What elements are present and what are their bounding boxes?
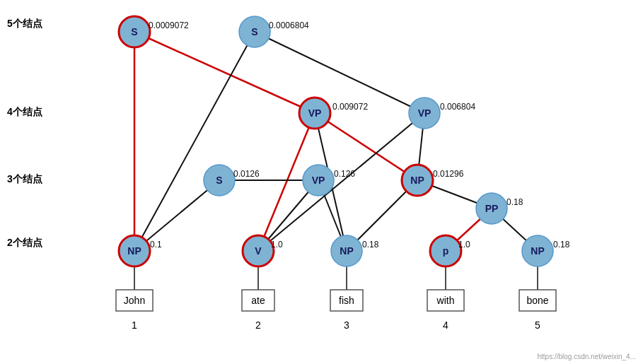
svg-text:0.18: 0.18 [553, 240, 570, 249]
svg-text:0.01296: 0.01296 [433, 169, 464, 179]
svg-text:0.1: 0.1 [150, 240, 162, 249]
svg-text:1.0: 1.0 [458, 240, 470, 249]
svg-text:NP: NP [531, 245, 544, 257]
svg-text:V: V [255, 245, 262, 257]
diagram-container: 5个结点 4个结点 3个结点 2个结点 John1ate2fish3with4b… [0, 0, 643, 364]
svg-text:0.18: 0.18 [506, 197, 523, 207]
svg-text:S: S [216, 175, 222, 186]
svg-text:0.009072: 0.009072 [332, 102, 368, 112]
svg-text:ate: ate [251, 295, 265, 306]
svg-text:p: p [443, 245, 449, 257]
svg-text:0.0009072: 0.0009072 [149, 20, 189, 30]
svg-text:bone: bone [526, 295, 548, 306]
watermark: https://blog.csdn.net/weixin_4... [537, 353, 636, 360]
tree-svg: John1ate2fish3with4bone5S0.0009072S0.000… [0, 0, 643, 364]
svg-line-2 [134, 32, 255, 251]
svg-text:2: 2 [255, 319, 261, 331]
svg-text:0.126: 0.126 [334, 169, 355, 179]
svg-text:John: John [124, 295, 145, 306]
svg-text:S: S [251, 26, 257, 37]
svg-text:4: 4 [443, 319, 448, 331]
svg-text:0.006804: 0.006804 [440, 102, 475, 112]
svg-text:NP: NP [127, 245, 141, 257]
svg-text:with: with [436, 295, 455, 306]
svg-text:VP: VP [308, 107, 322, 119]
svg-text:VP: VP [418, 107, 431, 119]
svg-text:VP: VP [312, 175, 325, 186]
svg-text:NP: NP [410, 175, 424, 186]
svg-text:fish: fish [339, 295, 354, 306]
svg-line-1 [134, 32, 315, 113]
svg-text:1: 1 [132, 319, 137, 331]
svg-line-3 [255, 32, 424, 113]
svg-text:0.0006804: 0.0006804 [269, 20, 309, 30]
svg-text:1.0: 1.0 [271, 240, 283, 249]
svg-text:3: 3 [344, 319, 349, 331]
svg-text:S: S [131, 26, 137, 37]
svg-text:PP: PP [485, 203, 499, 214]
svg-text:NP: NP [340, 245, 353, 257]
svg-text:0.18: 0.18 [362, 240, 379, 249]
svg-text:5: 5 [535, 319, 540, 331]
svg-text:0.0126: 0.0126 [233, 169, 260, 179]
